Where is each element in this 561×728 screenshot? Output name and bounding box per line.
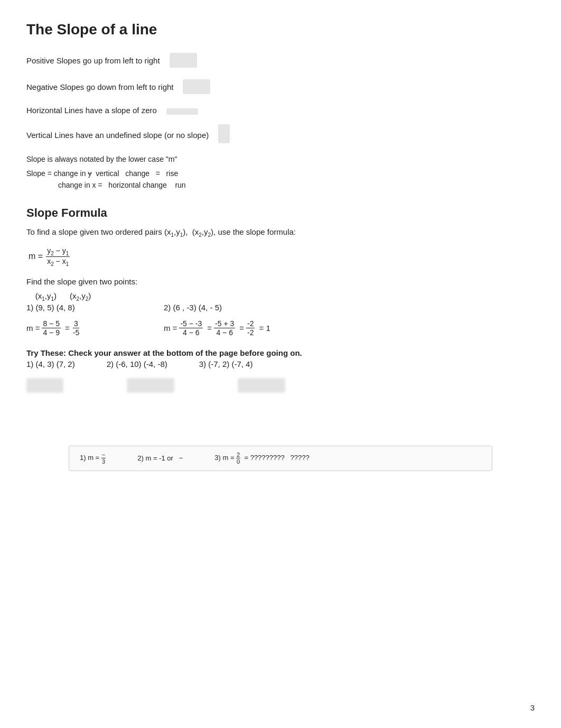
ak3-result: = ????????? ?????: [242, 454, 310, 462]
formula-description: To find a slope given two ordered pairs …: [26, 227, 535, 238]
answer-key-3: 3) m = 2 0 = ????????? ?????: [214, 451, 309, 465]
ex2-step2-den: 4 − 6: [215, 328, 234, 337]
ak2-extra: −: [179, 454, 183, 462]
ak1-fraction: − 3: [101, 454, 106, 462]
ex2-step3-den: -2: [246, 328, 255, 337]
vertical-slope-icon: [218, 124, 230, 143]
blurred-answer-1: [26, 378, 63, 393]
negative-slope-icon: [183, 79, 210, 94]
try-problems: 1) (4, 3) (7, 2) 2) (-6, 10) (-4, -8) 3)…: [26, 360, 535, 368]
ex2-denominator: 4 − 6: [182, 328, 201, 337]
example-2-calc: m = -5 − -3 4 − 6 = -5 + 3 4 − 6 = -2 -2…: [164, 319, 270, 337]
ex1-denominator: 4 − 9: [42, 328, 61, 337]
slope-formula-block: m = y2 − y1 x2 − x1: [29, 246, 535, 267]
example-2-pairs: 2) (6 , -3) (4, - 5): [164, 303, 322, 312]
ak1-frac-den: 3: [101, 458, 106, 465]
pairs-header: (x1,y1) (x2,y2): [26, 291, 535, 302]
try-problem-1: 1) (4, 3) (7, 2): [26, 360, 75, 368]
ex1-fraction: 8 − 5 4 − 9: [42, 319, 61, 337]
try-section: Try These: Check your answer at the bott…: [26, 348, 535, 393]
ak3-frac-den: 0: [236, 458, 240, 465]
ex2-step3: -2 -2: [246, 319, 255, 337]
ak3-frac-num: 2: [236, 451, 240, 458]
page-number: 3: [530, 703, 535, 712]
answer-key-box: 1) m = − 3 2) m = -1 or − 3) m = 2 0 = ?…: [69, 446, 492, 471]
ak1-label: 1) m =: [80, 454, 101, 462]
example-1-calc: m = 8 − 5 4 − 9 = 3 -5: [26, 319, 132, 337]
try-problem-3: 3) (-7, 2) (-7, 4): [199, 360, 253, 368]
page-title: The Slope of a line: [26, 21, 535, 38]
answer-key-1: 1) m = − 3: [80, 451, 106, 465]
ak3-label: 3) m =: [214, 454, 236, 462]
intro-line-2: Negative Slopes go down from left to rig…: [26, 79, 535, 94]
ex2-eq2: =: [239, 324, 244, 333]
notation-section: Slope is always notated by the lower cas…: [26, 155, 535, 191]
ak1-frac-num: −: [101, 451, 106, 458]
ex2-step2: -5 + 3 4 − 6: [214, 319, 235, 337]
ex1-result-fraction: 3 -5: [72, 319, 80, 337]
slope-numerator: y2 − y1: [46, 246, 70, 257]
intro-line-1: Positive Slopes go up from left to right: [26, 53, 535, 68]
intro-line-3: Horizontal Lines have a slope of zero: [26, 106, 535, 115]
slope-denominator: x2 − x1: [46, 257, 70, 267]
slope-fraction: y2 − y1 x2 − x1: [46, 246, 70, 267]
horizontal-slope-text: Horizontal Lines have a slope of zero: [26, 106, 157, 115]
ex2-step3-num: -2: [246, 319, 255, 328]
pairs-header-text: (x1,y1) (x2,y2): [26, 291, 91, 302]
vertical-slope-text: Vertical Lines have an undefined slope (…: [26, 131, 209, 140]
m-eq-label-2: m =: [164, 324, 177, 333]
ak1-small-frac: − 3: [101, 451, 106, 465]
find-slope-title: Find the slope given two points:: [26, 277, 535, 286]
slope-formula-title: Slope Formula: [26, 206, 535, 220]
calc-row: m = 8 − 5 4 − 9 = 3 -5 m = -5 − -3 4 − 6: [26, 319, 535, 337]
notation-line-m: Slope is always notated by the lower cas…: [26, 155, 535, 163]
ex1-equals: =: [65, 324, 70, 333]
m-eq-label-1: m =: [26, 324, 40, 333]
horizontal-slope-icon: [166, 108, 198, 115]
ex2-eq1: =: [207, 324, 212, 333]
blurred-answer-2: [127, 378, 174, 393]
blurred-answer-3: [238, 378, 285, 393]
examples-row: 1) (9, 5) (4, 8) 2) (6 , -3) (4, - 5): [26, 303, 535, 312]
example-1-pairs: 1) (9, 5) (4, 8): [26, 303, 143, 312]
positive-slope-text: Positive Slopes go up from left to right: [26, 56, 160, 65]
try-title: Try These: Check your answer at the bott…: [26, 348, 535, 357]
slope-def-line2: change in x = horizontal change run: [58, 179, 535, 191]
find-slope-section: Find the slope given two points: (x1,y1)…: [26, 277, 535, 337]
ex2-step2-num: -5 + 3: [214, 319, 235, 328]
positive-slope-icon: [170, 53, 197, 68]
answer-key-2: 2) m = -1 or −: [137, 454, 183, 462]
formula-m-label: m =: [29, 252, 43, 261]
intro-line-4: Vertical Lines have an undefined slope (…: [26, 126, 535, 143]
try-problem-2: 2) (-6, 10) (-4, -8): [107, 360, 167, 368]
ak3-small-frac: 2 0: [236, 451, 240, 465]
ex2-eq3: = 1: [259, 324, 270, 333]
ex1-result-den: -5: [72, 328, 80, 337]
ex1-numerator: 8 − 5: [42, 319, 61, 328]
ex2-numerator: -5 − -3: [179, 319, 203, 328]
ex1-result-num: 3: [73, 319, 79, 328]
slope-def-line1: Slope = change in y vertical change = ri…: [26, 168, 535, 179]
ex2-fraction: -5 − -3 4 − 6: [179, 319, 203, 337]
negative-slope-text: Negative Slopes go down from left to rig…: [26, 82, 173, 91]
ak2-label: 2) m = -1 or: [137, 454, 177, 462]
blurred-answers-row: [26, 378, 535, 393]
intro-section: Positive Slopes go up from left to right…: [26, 53, 535, 143]
slope-definition: Slope = change in y vertical change = ri…: [26, 168, 535, 191]
